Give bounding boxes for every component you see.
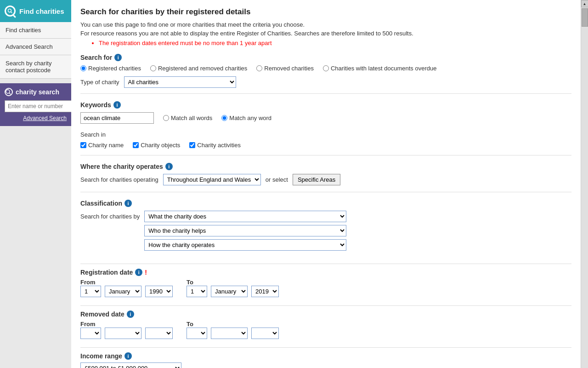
- radio-registered-removed-input[interactable]: [150, 65, 156, 71]
- radio-removed-input[interactable]: [256, 65, 262, 71]
- reg-from-year[interactable]: 19901991199219931994 1995199619971998199…: [145, 286, 173, 297]
- cb-charity-objects[interactable]: Charity objects: [133, 142, 180, 149]
- income-range-section: Income range i Any income Under £10,000 …: [80, 352, 571, 368]
- radio-registered-removed[interactable]: Registered and removed charities: [150, 65, 247, 72]
- income-range-select[interactable]: Any income Under £10,000 £10,001 to £100…: [80, 362, 181, 368]
- match-all-radio[interactable]: [163, 115, 169, 121]
- svg-point-0: [8, 9, 11, 12]
- registration-date-info-icon[interactable]: i: [135, 269, 142, 276]
- rem-to-day[interactable]: [187, 328, 207, 339]
- svg-point-2: [6, 90, 10, 93]
- radio-registered[interactable]: Registered charities: [80, 65, 141, 72]
- reg-to-label: To: [187, 279, 277, 286]
- keywords-input[interactable]: [80, 112, 154, 124]
- operates-row: Search for charities operating Throughou…: [80, 174, 571, 185]
- reg-to-selects: 12345 678910 1112131415 1617181920 21222…: [187, 286, 279, 297]
- cb-charity-name[interactable]: Charity name: [80, 142, 124, 149]
- reg-to-day[interactable]: 12345 678910 1112131415 1617181920 21222…: [187, 286, 207, 297]
- registration-date-exclaim: !: [145, 269, 147, 276]
- classification-selects: What the charity does Who the charity he…: [144, 211, 346, 251]
- charity-search-input[interactable]: [5, 100, 80, 112]
- search-for-radios: Registered charities Registered and remo…: [80, 65, 571, 72]
- removed-date-info-icon[interactable]: i: [127, 310, 134, 318]
- match-any-radio[interactable]: [221, 115, 227, 121]
- rem-from-label: From: [80, 321, 171, 328]
- cb-charity-activities-input[interactable]: [189, 142, 195, 148]
- operates-location-select[interactable]: Throughout England and Wales England Wal…: [163, 174, 261, 185]
- cb-charity-name-input[interactable]: [80, 142, 86, 148]
- rem-from-day[interactable]: [80, 328, 101, 339]
- reg-from-day[interactable]: 12345 678910 1112131415 1617181920 21222…: [80, 286, 101, 297]
- rem-to-label: To: [187, 321, 277, 328]
- registration-date-section: Registration date i ! From 12345 678910 …: [80, 269, 571, 299]
- registration-date-from-to: From 12345 678910 1112131415 1617181920 …: [80, 279, 571, 299]
- sidebar-item-postcode[interactable]: Search by charity contact postcode: [0, 55, 71, 79]
- radio-registered-input[interactable]: [80, 65, 86, 71]
- registration-to-group: To 12345 678910 1112131415 1617181920 21…: [187, 279, 279, 299]
- registration-date-label-row: Registration date i !: [80, 269, 571, 276]
- scrollbar-thumb[interactable]: [582, 8, 588, 27]
- keywords-info-icon[interactable]: i: [113, 101, 121, 109]
- reg-from-month[interactable]: JanuaryFebruaryMarchApril MayJuneJulyAug…: [105, 286, 141, 297]
- scrollbar-up[interactable]: ▲: [581, 0, 588, 7]
- radio-removed[interactable]: Removed charities: [256, 65, 314, 72]
- rem-from-year[interactable]: [145, 328, 173, 339]
- keywords-label: Keywords: [80, 101, 111, 109]
- cb-charity-objects-input[interactable]: [133, 142, 139, 148]
- classification-who-select[interactable]: Who the charity helps: [144, 225, 346, 236]
- radio-overdue-input[interactable]: [323, 65, 329, 71]
- find-charities-icon: [5, 6, 16, 17]
- match-any-label[interactable]: Match any word: [221, 115, 271, 121]
- classification-info-icon[interactable]: i: [124, 200, 132, 207]
- charity-search-icon: [5, 88, 13, 96]
- removed-from-group: From: [80, 321, 173, 341]
- removed-date-from-to: From To: [80, 321, 571, 341]
- rem-to-selects: [187, 328, 279, 339]
- charity-search-title: charity search: [5, 88, 67, 96]
- classification-label: Classification: [80, 200, 122, 207]
- income-range-label: Income range: [80, 352, 122, 360]
- search-in-section: Search in: [80, 131, 571, 138]
- sidebar-item-find-charities[interactable]: Find charities: [0, 22, 71, 39]
- reg-to-year[interactable]: 20002001200220032004 2005200620072008200…: [251, 286, 279, 297]
- classification-what-select[interactable]: What the charity does: [144, 211, 346, 222]
- or-select-label: or select: [266, 176, 288, 183]
- scrollbar: ▲: [581, 0, 588, 368]
- search-for-label: Search for: [80, 54, 112, 61]
- reg-to-month[interactable]: JanuaryFebruaryMarchApril MayJuneJulyAug…: [211, 286, 248, 297]
- where-operates-label: Where the charity operates: [80, 163, 163, 170]
- radio-overdue[interactable]: Charities with latest documents overdue: [323, 65, 437, 72]
- income-range-label-row: Income range i: [80, 352, 571, 360]
- sidebar: Find charities Find charities Advanced S…: [0, 0, 71, 368]
- rem-to-year[interactable]: [251, 328, 279, 339]
- reg-from-label: From: [80, 279, 171, 286]
- match-all-label[interactable]: Match all words: [163, 115, 212, 121]
- removed-date-section: Removed date i From To: [80, 310, 571, 341]
- registration-from-group: From 12345 678910 1112131415 1617181920 …: [80, 279, 173, 299]
- intro-text-2: For resource reasons you are not able to…: [80, 30, 571, 37]
- search-for-info-icon[interactable]: i: [114, 54, 122, 61]
- sidebar-item-advanced-search[interactable]: Advanced Search: [0, 39, 71, 55]
- rem-to-month[interactable]: [211, 328, 248, 339]
- removed-date-label: Removed date: [80, 310, 124, 318]
- charity-search-advanced[interactable]: Advanced Search: [5, 115, 67, 121]
- rem-from-selects: [80, 328, 173, 339]
- specific-areas-button[interactable]: Specific Areas: [293, 174, 340, 185]
- intro-text-1: You can use this page to find one or mor…: [80, 21, 571, 28]
- rem-from-month[interactable]: [105, 328, 141, 339]
- classification-how-select[interactable]: How the charity operates: [144, 239, 346, 251]
- where-operates-info-icon[interactable]: i: [165, 163, 173, 170]
- income-range-info-icon[interactable]: i: [124, 352, 132, 360]
- classification-content: Search for charities by What the charity…: [80, 211, 571, 257]
- type-of-charity-row: Type of charity All charities Charitable…: [80, 76, 571, 88]
- svg-line-3: [9, 93, 11, 94]
- type-of-charity-select[interactable]: All charities Charitable Incorporated Or…: [124, 76, 236, 88]
- warning-text: The registration dates entered must be n…: [99, 40, 571, 46]
- main-content: Search for charities by their registered…: [71, 0, 581, 368]
- page-title: Search for charities by their registered…: [80, 7, 571, 17]
- search-in-label: Search in: [80, 131, 106, 138]
- keywords-section: Keywords i: [80, 101, 571, 109]
- sidebar-header[interactable]: Find charities: [0, 0, 71, 22]
- keywords-row: Match all words Match any word: [80, 112, 571, 124]
- cb-charity-activities[interactable]: Charity activities: [189, 142, 241, 149]
